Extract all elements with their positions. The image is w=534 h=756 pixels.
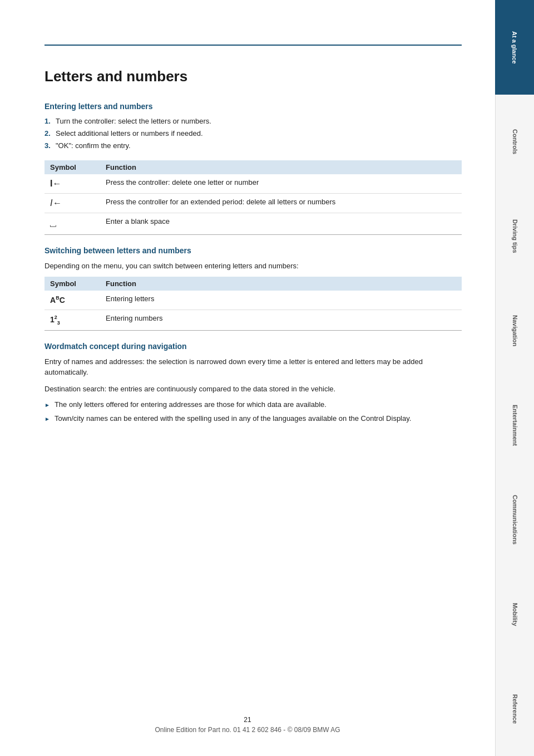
sidebar-tab-label: Communications: [512, 495, 518, 544]
entering-section-heading: Entering letters and numbers: [44, 102, 462, 111]
switching-table-header-function: Function: [100, 277, 462, 291]
table-row: 123 Entering numbers: [44, 310, 462, 330]
wordmatch-para1: Entry of names and addresses: the select…: [44, 356, 462, 378]
symbol-blank-space: ⎵: [44, 213, 100, 234]
function-abc: Entering letters: [100, 291, 462, 310]
function-blank-space: Enter a blank space: [100, 213, 462, 234]
wordmatch-para2: Destination search: the entries are cont…: [44, 384, 462, 395]
step-2-text: Select additional letters or numbers if …: [56, 129, 203, 139]
table-row: ⎵ Enter a blank space: [44, 213, 462, 234]
entering-steps-list: 1. Turn the controller: select the lette…: [44, 116, 462, 151]
sidebar-item-communications[interactable]: Communications: [495, 473, 534, 567]
entering-table-header-symbol: Symbol: [44, 160, 100, 174]
main-content: Letters and numbers Entering letters and…: [0, 0, 495, 756]
sidebar-tab-label: Mobility: [512, 603, 518, 626]
sidebar: At a glance Controls Driving tips Naviga…: [495, 0, 534, 756]
switching-section-heading: Switching between letters and numbers: [44, 246, 462, 255]
symbol-123: 123: [44, 310, 100, 330]
bullet-1-text: The only letters offered for entering ad…: [55, 400, 327, 410]
step-3: 3. "OK": confirm the entry.: [44, 141, 462, 151]
function-delete-all: Press the controller for an extended per…: [100, 193, 462, 213]
step-1: 1. Turn the controller: select the lette…: [44, 116, 462, 126]
sidebar-item-entertainment[interactable]: Entertainment: [495, 378, 534, 473]
symbol-delete-one: I←: [44, 174, 100, 194]
sidebar-tab-label: Reference: [512, 694, 518, 724]
sidebar-item-navigation[interactable]: Navigation: [495, 283, 534, 378]
symbol-delete-all: I←: [44, 193, 100, 213]
switching-table-header-symbol: Symbol: [44, 277, 100, 291]
step-3-text: "OK": confirm the entry.: [56, 141, 131, 151]
page-number: 21: [0, 716, 495, 724]
triangle-icon-2: ►: [44, 415, 50, 424]
step-1-num: 1.: [44, 116, 52, 126]
triangle-icon-1: ►: [44, 401, 50, 410]
switching-body: Depending on the menu, you can switch be…: [44, 261, 462, 272]
page-footer: 21 Online Edition for Part no. 01 41 2 6…: [0, 716, 495, 734]
footer-text: Online Edition for Part no. 01 41 2 602 …: [0, 726, 495, 734]
list-item: ► Town/city names can be entered with th…: [44, 414, 462, 424]
switching-table: Symbol Function ABC Entering letters 123…: [44, 277, 462, 331]
top-line: [44, 45, 462, 46]
sidebar-item-controls[interactable]: Controls: [495, 95, 534, 189]
sidebar-tab-label: At a glance: [511, 31, 518, 64]
sidebar-tab-label: Driving tips: [512, 219, 518, 253]
step-3-num: 3.: [44, 141, 52, 151]
function-123: Entering numbers: [100, 310, 462, 330]
table-row: I← Press the controller for an extended …: [44, 193, 462, 213]
entering-table: Symbol Function I← Press the controller:…: [44, 160, 462, 235]
sidebar-item-reference[interactable]: Reference: [495, 661, 534, 756]
sidebar-item-mobility[interactable]: Mobility: [495, 567, 534, 662]
wordmatch-section-heading: Wordmatch concept during navigation: [44, 342, 462, 351]
wordmatch-bullets: ► The only letters offered for entering …: [44, 400, 462, 423]
step-2: 2. Select additional letters or numbers …: [44, 129, 462, 139]
sidebar-tab-label: Controls: [512, 129, 518, 154]
sidebar-item-driving-tips[interactable]: Driving tips: [495, 189, 534, 284]
bullet-2-text: Town/city names can be entered with the …: [55, 414, 411, 424]
sidebar-tab-label: Entertainment: [512, 405, 518, 446]
entering-table-header-function: Function: [100, 160, 462, 174]
list-item: ► The only letters offered for entering …: [44, 400, 462, 410]
sidebar-item-at-a-glance[interactable]: At a glance: [495, 0, 534, 95]
table-row: I← Press the controller: delete one lett…: [44, 174, 462, 194]
sidebar-tab-label: Navigation: [512, 315, 518, 346]
step-1-text: Turn the controller: select the letters …: [56, 116, 211, 126]
symbol-abc: ABC: [44, 291, 100, 310]
table-row: ABC Entering letters: [44, 291, 462, 310]
function-delete-one: Press the controller: delete one letter …: [100, 174, 462, 194]
step-2-num: 2.: [44, 129, 52, 139]
page-title: Letters and numbers: [44, 57, 462, 85]
